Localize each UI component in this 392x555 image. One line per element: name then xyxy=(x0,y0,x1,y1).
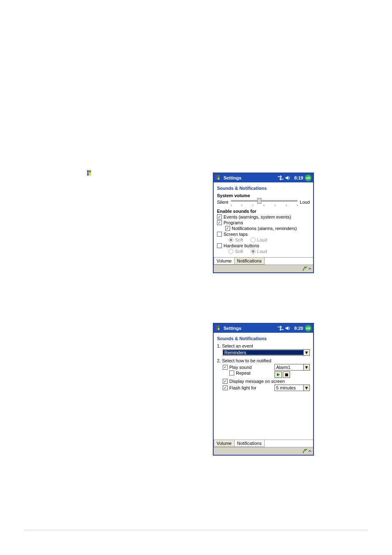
events-checkbox[interactable]: ✓ xyxy=(217,214,222,219)
tab-volume[interactable]: Volume xyxy=(214,258,235,265)
sip-options-icon[interactable] xyxy=(308,266,311,271)
hw-buttons-soft-radio xyxy=(228,249,233,254)
play-button[interactable] xyxy=(274,371,282,378)
screen-taps-soft-radio xyxy=(228,237,233,242)
page-title: Sounds & Notifications xyxy=(217,186,310,191)
hw-buttons-loud-label: Loud xyxy=(257,249,267,254)
connectivity-icon[interactable] xyxy=(278,175,284,180)
event-dropdown-value: Reminders xyxy=(223,350,303,355)
repeat-label: Repeat xyxy=(236,371,250,375)
step2-label: 2. Select how to be notified xyxy=(217,358,310,363)
hw-buttons-soft-label: Soft xyxy=(235,249,243,254)
sip-options-icon[interactable] xyxy=(308,449,311,454)
footer-divider xyxy=(25,530,367,530)
chevron-down-icon[interactable]: ▼ xyxy=(303,350,309,355)
play-sound-label: Play sound xyxy=(229,365,251,370)
programs-label: Programs xyxy=(224,220,243,225)
screen-taps-soft-label: Soft xyxy=(235,237,243,242)
title-bar: Settings 8:20 ok xyxy=(214,324,313,333)
chevron-down-icon[interactable]: ▼ xyxy=(303,364,309,370)
clock-text: 8:19 xyxy=(294,175,303,180)
speaker-icon[interactable] xyxy=(285,175,291,180)
pda-volume-screenshot: Settings 8:19 ok Sounds & Notifications … xyxy=(213,173,314,273)
display-message-label: Display message on screen xyxy=(229,379,285,384)
ok-button[interactable]: ok xyxy=(305,175,311,181)
title-text: Settings xyxy=(224,175,278,180)
system-volume-label: System volume xyxy=(217,193,310,198)
flash-light-label: Flash light for xyxy=(229,385,256,390)
sound-dropdown-value: Alarm1 xyxy=(275,365,303,370)
clock-text: 8:20 xyxy=(294,326,303,331)
notifications-label: Notifications (alarms, reminders) xyxy=(232,226,297,231)
ok-button[interactable]: ok xyxy=(305,325,311,332)
sound-dropdown[interactable]: Alarm1 ▼ xyxy=(274,364,310,371)
sip-icon[interactable] xyxy=(302,449,307,454)
screen-taps-loud-radio xyxy=(251,237,256,242)
title-bar: Settings 8:19 ok xyxy=(214,173,313,182)
hw-buttons-checkbox[interactable] xyxy=(217,243,222,248)
hw-buttons-label: Hardware buttons xyxy=(224,243,259,248)
silent-label: Silent xyxy=(217,200,228,205)
svg-rect-1 xyxy=(285,373,288,376)
event-dropdown[interactable]: Reminders ▼ xyxy=(223,349,310,356)
flash-duration-dropdown[interactable]: 5 minutes ▼ xyxy=(274,385,310,391)
sip-icon[interactable] xyxy=(302,266,307,271)
chevron-down-icon[interactable]: ▼ xyxy=(303,385,309,391)
stop-button[interactable] xyxy=(283,371,290,378)
screen-taps-loud-label: Loud xyxy=(257,237,267,242)
pda-notifications-screenshot: Settings 8:20 ok Sounds & Notifications … xyxy=(213,323,314,456)
tab-notifications[interactable]: Notifications xyxy=(234,440,265,447)
events-label: Events (warnings, system events) xyxy=(224,214,291,219)
volume-slider[interactable] xyxy=(231,199,297,205)
screen-taps-checkbox[interactable] xyxy=(217,232,222,237)
step1-label: 1. Select an event xyxy=(217,343,310,348)
enable-sounds-label: Enable sounds for xyxy=(217,209,310,214)
tab-notifications[interactable]: Notifications xyxy=(234,258,265,265)
flash-duration-value: 5 minutes xyxy=(275,385,303,390)
screen-taps-label: Screen taps xyxy=(224,232,248,237)
hw-buttons-loud-radio xyxy=(251,249,256,254)
title-text: Settings xyxy=(224,326,278,331)
page-title: Sounds & Notifications xyxy=(217,336,310,341)
flash-light-checkbox[interactable]: ✓ xyxy=(223,385,228,390)
start-icon[interactable] xyxy=(215,325,222,332)
display-message-checkbox[interactable]: ✓ xyxy=(223,379,228,384)
speaker-icon[interactable] xyxy=(285,326,291,331)
play-sound-checkbox[interactable]: ✓ xyxy=(223,365,228,370)
programs-checkbox[interactable]: ✓ xyxy=(217,220,222,225)
connectivity-icon[interactable] xyxy=(278,326,284,331)
notifications-checkbox[interactable]: ✓ xyxy=(225,226,230,231)
tab-volume[interactable]: Volume xyxy=(214,440,235,447)
repeat-checkbox[interactable] xyxy=(229,371,234,375)
loud-label: Loud xyxy=(300,200,310,205)
start-icon[interactable] xyxy=(215,175,222,181)
windows-start-icon xyxy=(86,169,95,178)
